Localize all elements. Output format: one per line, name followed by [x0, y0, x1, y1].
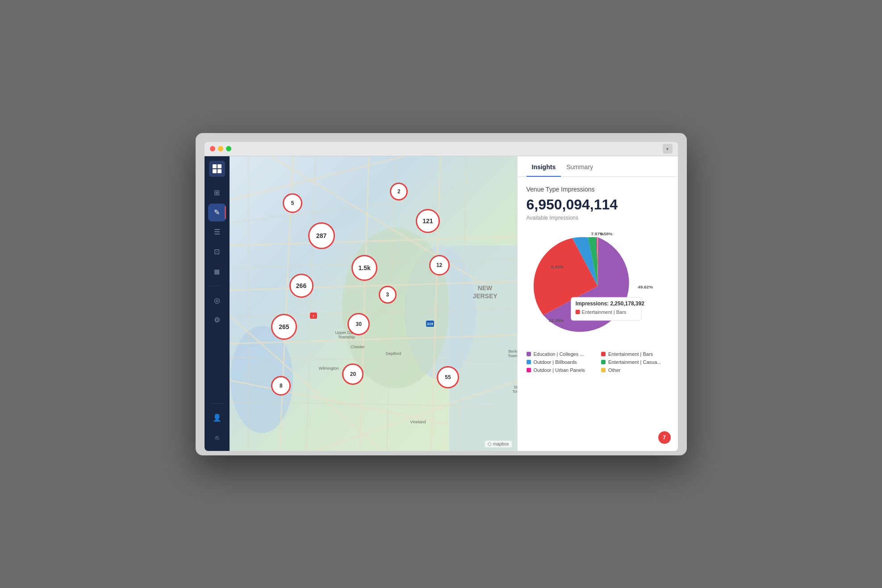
active-indicator — [225, 206, 226, 219]
svg-rect-3 — [217, 169, 222, 173]
sidebar-item-dashboard[interactable]: ⊞ — [208, 184, 226, 202]
app-container: ⊞ ✎ ☰ ⊡ ▦ — [205, 156, 678, 451]
svg-line-20 — [230, 201, 405, 223]
map-marker-m2[interactable]: 2 — [390, 183, 408, 200]
svg-text:Berkeley: Berkeley — [508, 349, 517, 354]
map-marker-m9[interactable]: 265 — [271, 314, 297, 340]
sidebar-item-settings[interactable]: ⚙ — [208, 311, 226, 329]
svg-text:I: I — [313, 314, 314, 317]
edit-icon: ✎ — [214, 208, 220, 217]
traffic-lights — [210, 146, 231, 151]
sidebar-nav: ⊞ ✎ ☰ ⊡ ▦ — [208, 184, 226, 400]
title-bar: ▾ — [205, 142, 678, 156]
settings-icon: ⚙ — [214, 316, 220, 324]
svg-text:Wilmington: Wilmington — [318, 366, 339, 371]
map-marker-m12[interactable]: 55 — [437, 366, 459, 388]
dashboard-icon: ⊞ — [214, 188, 220, 197]
map-area[interactable]: NEW JERSEY Upper Darby Township Chester … — [230, 156, 517, 451]
svg-text:8.33%: 8.33% — [551, 264, 563, 269]
legend-color-dot — [527, 352, 531, 356]
legend-label: Entertainment | Bars — [608, 351, 653, 357]
gallery-icon: ⊡ — [214, 247, 220, 256]
analytics-icon: ▦ — [214, 268, 220, 275]
minimize-button[interactable] — [218, 146, 223, 151]
svg-text:Township: Township — [508, 354, 517, 358]
legend-item: Other — [601, 367, 669, 373]
close-button[interactable] — [210, 146, 215, 151]
legend-item: Education | Colleges ... — [527, 351, 594, 357]
legend-label: Education | Colleges ... — [534, 351, 584, 357]
sidebar-item-edit[interactable]: ✎ — [208, 204, 226, 221]
legend-label: Outdoor | Billboards — [534, 359, 577, 365]
map-marker-m13[interactable]: 8 — [271, 376, 291, 396]
sidebar-item-user[interactable]: 👤 — [208, 409, 226, 427]
legend-color-dot — [527, 360, 531, 364]
legend-label: Other — [608, 367, 621, 373]
title-bar-right: ▾ — [663, 144, 673, 154]
legend-grid: Education | Colleges ... Entertainment |… — [527, 351, 669, 373]
tab-summary[interactable]: Summary — [561, 156, 598, 177]
svg-text:Deptford: Deptford — [385, 351, 401, 356]
legend-item: Entertainment | Casua... — [601, 359, 669, 365]
svg-text:Entertainment | Bars: Entertainment | Bars — [581, 309, 626, 314]
svg-line-24 — [306, 156, 315, 451]
svg-text:49.62%: 49.62% — [638, 284, 653, 289]
right-panel: Insights Summary Venue Type Impressions … — [517, 156, 678, 451]
map-marker-m5[interactable]: 1.5k — [351, 255, 377, 281]
svg-text:0.58%: 0.58% — [600, 231, 612, 236]
sidebar-divider-2 — [210, 403, 224, 404]
svg-text:32.38%: 32.38% — [548, 317, 564, 322]
sidebar-item-analytics[interactable]: ▦ — [208, 263, 226, 280]
maximize-button[interactable] — [226, 146, 231, 151]
list-icon: ☰ — [214, 228, 220, 236]
venue-type-title: Venue Type Impressions — [527, 186, 669, 193]
svg-text:Township: Township — [338, 335, 355, 339]
svg-text:Impressions: 2,250,178,392: Impressions: 2,250,178,392 — [575, 300, 644, 306]
map-marker-m8[interactable]: 3 — [379, 286, 397, 304]
legend-color-dot — [527, 368, 531, 372]
sidebar-bottom: 👤 ⎋ — [208, 400, 226, 446]
mapbox-logo: ⬡ mapbox — [488, 442, 509, 446]
panel-content: Venue Type Impressions 6,950,094,114 Ava… — [518, 177, 678, 451]
tooltip: Impressions: 2,250,178,392 Entertainment… — [571, 297, 644, 320]
svg-rect-1 — [217, 164, 222, 168]
legend-item: Outdoor | Billboards — [527, 359, 594, 365]
logo-icon — [212, 163, 222, 174]
app-logo[interactable] — [209, 161, 225, 177]
svg-text:NEW: NEW — [477, 284, 492, 292]
globe-icon: ◎ — [214, 296, 220, 304]
sidebar-item-gallery[interactable]: ⊡ — [208, 243, 226, 261]
svg-text:Stafford: Stafford — [514, 385, 517, 389]
map-marker-m6[interactable]: 12 — [429, 255, 450, 275]
laptop-frame: ▾ ⊞ — [196, 133, 687, 455]
map-marker-m4[interactable]: 287 — [308, 222, 335, 249]
map-marker-m11[interactable]: 20 — [342, 363, 364, 385]
total-impressions: 6,950,094,114 — [527, 196, 669, 213]
chart-container: 49.62% 32.38% 8.33% 7.97% 0.58% Impressi… — [527, 228, 669, 344]
svg-rect-0 — [213, 164, 217, 168]
logout-icon: ⎋ — [215, 434, 219, 441]
legend-color-dot — [601, 368, 606, 372]
sidebar: ⊞ ✎ ☰ ⊡ ▦ — [205, 156, 230, 451]
sidebar-item-globe[interactable]: ◎ — [208, 292, 226, 309]
legend-label: Outdoor | Urban Panels — [534, 367, 585, 373]
map-marker-m3[interactable]: 121 — [416, 209, 440, 233]
legend-label: Entertainment | Casua... — [608, 359, 661, 365]
sidebar-item-logout[interactable]: ⎋ — [208, 429, 226, 446]
map-marker-m10[interactable]: 30 — [347, 313, 370, 335]
svg-rect-58 — [575, 309, 580, 314]
map-marker-m7[interactable]: 266 — [289, 274, 314, 298]
map-background: NEW JERSEY Upper Darby Township Chester … — [230, 156, 517, 451]
svg-text:Vineland: Vineland — [410, 420, 426, 424]
sidebar-item-list[interactable]: ☰ — [208, 223, 226, 241]
sidebar-divider — [208, 286, 222, 286]
notification-badge: 7 — [658, 431, 671, 444]
svg-text:JERSEY: JERSEY — [472, 292, 497, 300]
map-marker-m1[interactable]: 5 — [283, 193, 302, 213]
tab-insights[interactable]: Insights — [527, 156, 561, 177]
chevron-down-icon[interactable]: ▾ — [663, 144, 673, 154]
svg-text:Chester: Chester — [351, 345, 365, 349]
screen: ▾ ⊞ — [205, 142, 678, 451]
legend-color-dot — [601, 352, 606, 356]
svg-point-7 — [342, 228, 449, 388]
